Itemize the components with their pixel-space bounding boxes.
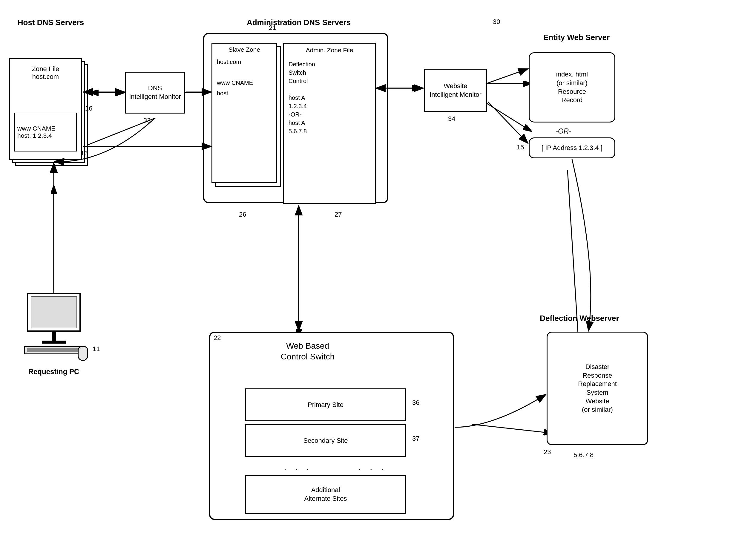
svg-line-20 [488,69,528,83]
website-intelligent-monitor-box: Website Intelligent Monitor [424,69,487,112]
dns-intelligent-monitor-text: DNS Intelligent Monitor [127,82,183,103]
number-15: 15 [517,143,524,151]
deflection-switch-control: Deflection Switch Control host A 1.2.3.4… [289,60,315,135]
or-label: -OR- [556,127,571,135]
web-based-control-switch-label: Web Based Control Switch [248,341,368,362]
dns-intelligent-monitor-box: DNS Intelligent Monitor [125,72,185,114]
admin-zone-file-box: Admin. Zone File Deflection Switch Contr… [283,43,376,204]
admin-dns-servers-title: Administration DNS Servers [209,18,388,27]
entity-ip-address-box: [ IP Address 1.2.3.4 ] [529,137,615,158]
www-cname-label: www CNAME [17,125,55,132]
diagram: Host DNS Servers Administration DNS Serv… [0,0,756,539]
host-1234-label: host. 1.2.3.4 [17,132,52,139]
number-27: 27 [334,211,342,218]
slave-host-com: host.com [217,58,241,65]
number-16: 16 [85,105,92,112]
deflection-webserver-text: Disaster Response Replacement System Web… [576,361,619,416]
svg-line-11 [472,424,553,433]
number-21: 21 [269,24,276,32]
number-37: 37 [412,435,419,442]
admin-zone-file-label: Admin. Zone File [284,46,375,54]
slave-www-cname: www CNAME [217,79,253,86]
host-dns-servers-title: Host DNS Servers [9,18,93,27]
deflection-webserver-box: Disaster Response Replacement System Web… [547,332,648,445]
additional-alternate-sites-box: Additional Alternate Sites [245,475,406,514]
entity-index-html-text: index. html (or similar) Resource Record [554,68,589,106]
zone-file-label: Zone File [13,65,78,73]
svg-line-9 [484,102,532,131]
secondary-site-box: Secondary Site [245,424,406,457]
ellipsis-dots-1: . . . [284,462,312,473]
requesting-pc-label: Requesting PC [27,367,81,376]
entity-ip-address-text: [ IP Address 1.2.3.4 ] [540,142,604,154]
entity-index-html-box: index. html (or similar) Resource Record [529,52,615,122]
website-intelligent-monitor-text: Website Intelligent Monitor [428,80,483,101]
requesting-pc-illustration [18,293,90,369]
additional-alternate-sites-text: Additional Alternate Sites [302,484,349,504]
number-30: 30 [493,18,500,26]
svg-line-21 [488,102,528,143]
primary-site-box: Primary Site [245,388,406,421]
number-33: 33 [143,116,151,124]
number-26: 26 [239,211,246,218]
number-22: 22 [214,334,221,342]
number-13: 13 [81,149,88,157]
host-com-label: host.com [13,73,78,81]
slave-zone-label: Slave Zone [212,46,276,53]
host-dns-stack-1: Zone File host.com www CNAME host. 1.2.3… [9,58,82,160]
number-36: 36 [412,399,419,407]
deflection-ip-label: 5.6.7.8 [574,451,593,459]
entity-web-server-title: Entity Web Server [532,33,621,42]
number-34: 34 [448,115,455,123]
slave-host: host. [217,90,230,97]
number-11: 11 [93,345,100,353]
deflection-webserver-title: Deflection Webserver [532,314,627,323]
primary-site-text: Primary Site [306,399,345,411]
number-23: 23 [544,448,551,456]
secondary-site-text: Secondary Site [302,435,350,447]
slave-zone-stack-1: Slave Zone host.com www CNAME host. [212,43,277,183]
ellipsis-dots-2: . . . [359,462,386,473]
